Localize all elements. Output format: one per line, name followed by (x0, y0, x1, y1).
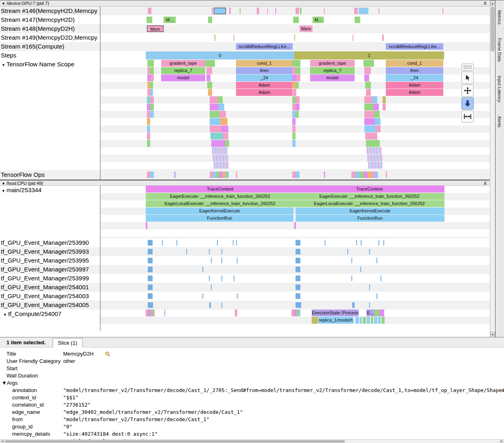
slice[interactable] (296, 104, 300, 110)
slice[interactable] (366, 89, 371, 96)
slice-adam[interactable]: Adam (386, 89, 443, 96)
slice-eagerlocalexecute-__inference_train_function_260252[interactable]: EagerLocalExecute: __inference_train_fun… (146, 200, 294, 207)
slice[interactable] (296, 276, 300, 281)
slice[interactable] (221, 125, 228, 132)
slice[interactable] (292, 133, 296, 140)
slice[interactable] (292, 96, 296, 103)
track-canvas-name-scope[interactable]: gradient_tapecond_1gradient_tapecond_1re… (100, 60, 490, 170)
slice-_24[interactable]: _24 (236, 74, 293, 81)
slice[interactable] (234, 276, 234, 281)
slice[interactable] (292, 111, 296, 118)
slice[interactable] (371, 317, 373, 324)
slice[interactable] (211, 140, 225, 147)
slice[interactable] (292, 82, 296, 89)
collapse-arrow-icon[interactable]: ▼ (2, 2, 5, 6)
slice[interactable] (293, 89, 296, 96)
slice[interactable] (364, 96, 372, 103)
slice[interactable] (372, 96, 377, 103)
slice[interactable] (312, 317, 318, 324)
slice[interactable] (153, 309, 155, 316)
select-tool-button[interactable] (461, 72, 474, 84)
slice[interactable] (367, 317, 370, 324)
slice-gradient_tape[interactable]: gradient_tape (161, 60, 205, 67)
slice[interactable] (299, 309, 300, 316)
slice[interactable] (212, 8, 213, 14)
slice-eagerlocalexecute-__inference_train_function_260252[interactable]: EagerLocalExecute: __inference_train_fun… (294, 200, 444, 207)
slice[interactable] (146, 222, 147, 229)
slice[interactable] (364, 118, 375, 125)
slice[interactable] (296, 240, 300, 246)
scrollbar-thumb[interactable] (491, 7, 495, 51)
slice[interactable] (207, 82, 212, 89)
slice[interactable] (296, 302, 301, 308)
scrollbar-thumb[interactable] (5, 440, 345, 443)
tab-slice[interactable]: Slice (1) (53, 338, 83, 348)
slice[interactable] (352, 302, 355, 308)
slice[interactable] (324, 8, 325, 14)
slice[interactable] (151, 74, 154, 81)
track-canvas-gpu-event-253999[interactable] (100, 274, 490, 283)
slice-model[interactable]: model (310, 74, 355, 81)
slice-eagerexecute-__inference_train_function_260252[interactable]: EagerExecute: __inference_train_function… (146, 193, 294, 200)
slice-adam[interactable]: Adam (236, 82, 293, 89)
slice[interactable] (275, 8, 276, 14)
slice[interactable] (292, 74, 296, 81)
slice[interactable] (355, 317, 359, 324)
slice-then[interactable]: then (386, 67, 443, 74)
gpu-section-header[interactable]: ▼/device:GPU:7 (pid 7) X (0, 0, 490, 6)
slice[interactable] (296, 82, 299, 89)
cpu-close-button[interactable]: X (484, 180, 487, 186)
slice[interactable] (296, 267, 300, 272)
slice[interactable] (382, 34, 384, 41)
slice[interactable] (223, 172, 226, 178)
slice[interactable] (383, 240, 384, 246)
slice-tracecontext[interactable]: TraceContext (146, 186, 294, 193)
horizontal-scrollbar[interactable]: ◄ ► (0, 439, 504, 443)
collapse-arrow-icon[interactable]: ▼ (2, 182, 5, 186)
slice[interactable] (324, 172, 325, 178)
slice[interactable] (383, 96, 386, 103)
slice[interactable] (368, 162, 382, 169)
slice[interactable] (365, 82, 371, 89)
slice[interactable] (148, 249, 153, 254)
slice[interactable] (147, 60, 154, 67)
slice[interactable] (148, 258, 153, 263)
slice[interactable] (375, 172, 378, 178)
slice[interactable] (296, 284, 300, 290)
slice[interactable] (379, 8, 379, 14)
scroll-up-icon[interactable]: ▲ (490, 0, 495, 6)
slice[interactable] (208, 89, 212, 96)
slice[interactable] (367, 147, 381, 154)
collapse-arrow-icon[interactable]: ▼ (2, 63, 5, 67)
slice[interactable] (373, 104, 379, 110)
track-canvas-gpu-event-253995[interactable] (100, 256, 490, 265)
slice[interactable] (296, 111, 299, 118)
slice[interactable] (363, 317, 366, 324)
slice[interactable] (150, 111, 154, 118)
scroll-down-icon[interactable]: ▼ (490, 332, 495, 337)
slice[interactable] (223, 133, 228, 140)
slice-then[interactable]: then (236, 67, 293, 74)
slice-m-[interactable]: M... (164, 17, 176, 23)
slice[interactable] (361, 240, 362, 246)
ruler-tool-button[interactable] (461, 64, 474, 71)
slice[interactable] (162, 240, 163, 246)
slice[interactable] (364, 74, 369, 81)
slice-1[interactable]: 1 (294, 51, 444, 59)
slice[interactable] (364, 67, 371, 74)
slice[interactable] (147, 140, 150, 147)
slice[interactable] (150, 67, 154, 74)
slice[interactable] (354, 8, 358, 14)
slice[interactable] (442, 8, 443, 14)
slice[interactable] (148, 267, 153, 272)
slice[interactable] (296, 293, 300, 299)
slice[interactable] (217, 240, 218, 246)
slice[interactable] (351, 258, 352, 263)
slice-_24[interactable]: _24 (386, 74, 443, 81)
slice[interactable] (236, 172, 237, 178)
slice[interactable] (376, 125, 381, 132)
slice[interactable] (234, 34, 234, 41)
track-canvas-gpu-event-253990[interactable] (100, 238, 490, 247)
slice[interactable] (355, 17, 360, 23)
slice[interactable] (221, 258, 222, 263)
